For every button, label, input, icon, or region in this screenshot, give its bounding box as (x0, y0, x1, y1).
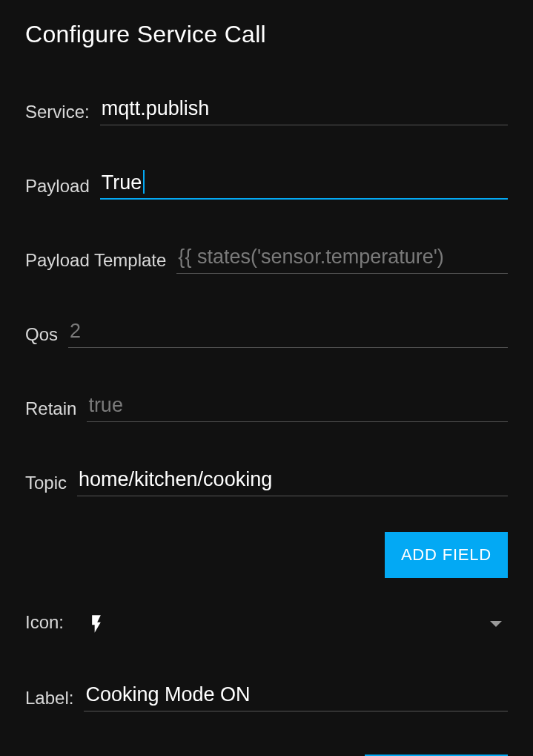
payload-row: Payload (25, 168, 508, 200)
payload-input[interactable] (100, 168, 508, 200)
topic-row: Topic (25, 465, 508, 496)
page-title: Configure Service Call (25, 21, 508, 48)
topic-label: Topic (25, 473, 77, 496)
text-cursor (143, 170, 145, 194)
widget-label-label: Label: (25, 688, 84, 711)
widget-label-input[interactable] (84, 680, 508, 711)
topic-input[interactable] (77, 465, 508, 496)
payload-label: Payload (25, 176, 100, 200)
qos-label: Qos (25, 324, 68, 348)
icon-label: Icon: (25, 612, 74, 636)
service-row: Service: (25, 94, 508, 125)
chevron-down-icon[interactable] (490, 621, 502, 627)
service-input[interactable] (100, 94, 508, 125)
retain-row: Retain (25, 391, 508, 422)
retain-input[interactable] (87, 391, 508, 422)
add-field-row: ADD FIELD (25, 532, 508, 578)
qos-input[interactable] (68, 317, 508, 348)
icon-row: Icon: (25, 611, 508, 637)
qos-row: Qos (25, 317, 508, 348)
payload-template-label: Payload Template (25, 250, 176, 274)
configure-service-panel: Configure Service Call Service: Payload … (0, 0, 533, 756)
service-label: Service: (25, 102, 100, 125)
payload-template-input[interactable] (176, 243, 508, 274)
retain-label: Retain (25, 398, 87, 422)
icon-selector[interactable] (74, 611, 490, 637)
label-row: Label: (25, 680, 508, 711)
add-field-button[interactable]: ADD FIELD (385, 532, 508, 578)
bolt-icon (86, 611, 107, 637)
payload-template-row: Payload Template (25, 243, 508, 274)
